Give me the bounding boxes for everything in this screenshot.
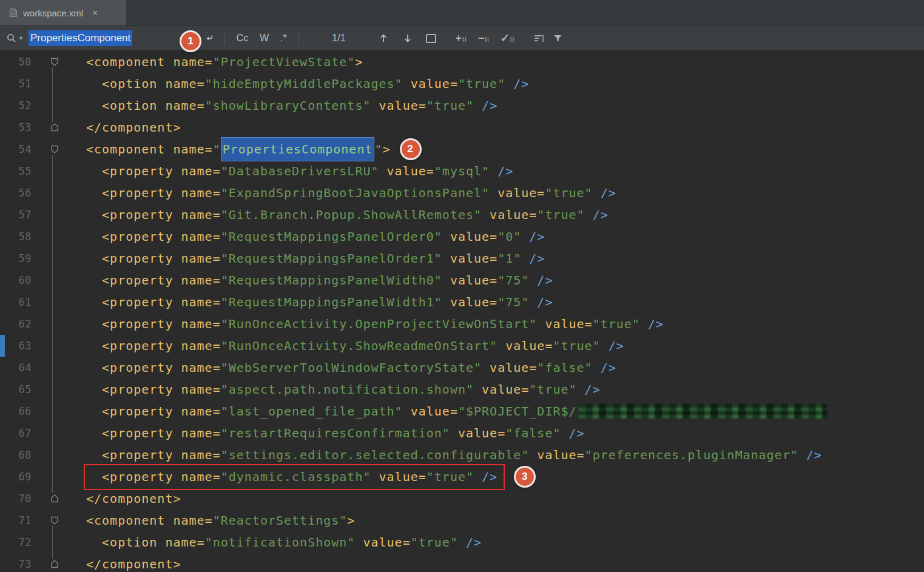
code-token: /> [529, 291, 553, 313]
gutter-line-number[interactable]: 59 [0, 252, 38, 264]
gutter-line-number[interactable]: 51 [0, 78, 38, 90]
gutter-line-number[interactable]: 58 [0, 230, 38, 243]
filter-lines-icon[interactable] [533, 33, 544, 43]
search-input[interactable]: PropertiesComponent 1 [29, 30, 183, 47]
gutter-line-number[interactable]: 61 [0, 296, 38, 308]
code-line[interactable]: 65 <property name="aspect.path.notificat… [0, 379, 924, 400]
code-token: "true" [427, 95, 474, 116]
add-occurrence-button[interactable]: +II [456, 32, 467, 45]
code-text: <property name="WebServerToolWindowFacto… [72, 357, 616, 379]
code-token: "0" [497, 226, 521, 247]
match-case-toggle[interactable]: Cc [237, 33, 249, 44]
gutter-line-number[interactable]: 53 [0, 121, 38, 133]
code-line[interactable]: 53</component> [0, 116, 924, 138]
code-line[interactable]: 63 <property name="RunOnceActivity.ShowR… [0, 335, 924, 357]
code-line[interactable]: 52 <option name="showLibraryContents" va… [0, 95, 924, 116]
gutter-line-number[interactable]: 68 [0, 449, 38, 461]
code-line[interactable]: 73</component> [0, 553, 924, 572]
code-token: "false" [537, 357, 592, 379]
code-line[interactable]: 59 <property name="RequestMappingsPanelO… [0, 247, 924, 269]
fold-end-icon[interactable] [38, 559, 72, 569]
code-line[interactable]: 64 <property name="WebServerToolWindowFa… [0, 357, 924, 379]
gutter-line-number[interactable]: 65 [0, 383, 38, 395]
gutter-line-number[interactable]: 60 [0, 274, 38, 286]
gutter-line-number[interactable]: 62 [0, 318, 38, 330]
code-line[interactable]: 61 <property name="RequestMappingsPanelW… [0, 291, 924, 313]
code-token: "settings.editor.selected.configurable" [221, 444, 530, 466]
gutter-line-number[interactable]: 73 [0, 558, 38, 570]
code-token: <property name= [86, 379, 221, 400]
newline-icon[interactable] [204, 33, 214, 44]
gutter-line-number[interactable]: 54 [0, 143, 38, 155]
code-line[interactable]: 68 <property name="settings.editor.selec… [0, 444, 924, 466]
remove-occurrence-button[interactable]: −II [478, 32, 490, 45]
gutter-line-number[interactable]: 72 [0, 536, 38, 548]
code-token: "ProjectViewState" [213, 51, 356, 73]
gutter-line-number[interactable]: 67 [0, 427, 38, 439]
tab-close-icon[interactable]: ✕ [92, 8, 98, 18]
fold-end-icon[interactable] [38, 494, 72, 503]
search-query-text: PropertiesComponent [29, 30, 132, 46]
gutter-line-number[interactable]: 50 [0, 56, 38, 68]
code-token: <property name= [86, 204, 221, 226]
xml-file-icon: ‹› [8, 8, 18, 18]
code-token: " [213, 138, 221, 160]
code-token: "restartRequiresConfirmation" [221, 422, 450, 444]
gutter-line-number[interactable]: 64 [0, 362, 38, 374]
code-line[interactable]: 70</component> [0, 488, 924, 510]
code-token: "true" [593, 313, 640, 335]
code-line[interactable]: 58 <property name="RequestMappingsPanelO… [0, 226, 924, 247]
regex-toggle[interactable]: .* [280, 33, 288, 44]
search-history-chevron-icon: ▼ [18, 35, 24, 41]
code-token: </component> [86, 488, 181, 510]
code-token: /> [458, 531, 482, 553]
code-token: <property name= [86, 247, 221, 269]
previous-match-button[interactable] [379, 33, 388, 44]
fold-start-icon[interactable] [38, 516, 72, 525]
words-toggle[interactable]: W [260, 33, 269, 44]
gutter-line-number[interactable]: 55 [0, 165, 38, 177]
code-text: </component> [72, 553, 181, 572]
gutter-line-number[interactable]: 71 [0, 514, 38, 527]
code-token: <property name= [86, 466, 221, 488]
fold-end-icon[interactable] [38, 123, 72, 132]
gutter-line-number[interactable]: 56 [0, 187, 38, 199]
code-token: value= [474, 379, 529, 400]
code-line[interactable]: 51 <option name="hideEmptyMiddlePackages… [0, 73, 924, 95]
filter-funnel-icon[interactable] [553, 33, 563, 43]
code-line[interactable]: 71<component name="ReactorSettings"> [0, 510, 924, 531]
find-in-selection-toggle[interactable] [426, 34, 436, 43]
code-line[interactable]: 55 <property name="DatabaseDriversLRU" v… [0, 160, 924, 182]
gutter-line-number[interactable]: 63 [0, 340, 38, 352]
code-line[interactable]: 50<component name="ProjectViewState"> [0, 51, 924, 73]
code-token: <option name= [86, 73, 205, 95]
gutter-line-number[interactable]: 69 [0, 471, 38, 483]
next-match-button[interactable] [403, 33, 413, 44]
code-line[interactable]: 66 <property name="last_opened_file_path… [0, 400, 924, 422]
code-line[interactable]: 60 <property name="RequestMappingsPanelW… [0, 269, 924, 291]
gutter-line-number[interactable]: 57 [0, 209, 38, 221]
search-icon[interactable]: ▼ [6, 33, 24, 44]
fold-start-icon[interactable] [38, 57, 72, 67]
code-token: "preferences.pluginManager" [585, 444, 798, 466]
code-text: </component> [72, 116, 181, 138]
editor-tab[interactable]: ‹› workspace.xml ✕ [0, 0, 126, 25]
fold-start-icon[interactable] [38, 144, 72, 154]
code-line[interactable]: 54<component name="PropertiesComponent">… [0, 138, 924, 160]
code-line[interactable]: 56 <property name="ExpandSpringBootJavaO… [0, 182, 924, 204]
gutter-line-number[interactable]: 52 [0, 99, 38, 112]
select-all-occurrences-button[interactable]: ✓II [501, 32, 515, 45]
code-text: <option name="showLibraryContents" value… [72, 95, 497, 116]
fold-guide-line [52, 67, 53, 122]
code-line[interactable]: 62 <property name="RunOnceActivity.OpenP… [0, 313, 924, 335]
gutter-line-number[interactable]: 66 [0, 405, 38, 417]
tab-label: workspace.xml [23, 8, 83, 18]
code-line[interactable]: 72 <option name="notificationShown" valu… [0, 531, 924, 553]
gutter-line-number[interactable]: 70 [0, 493, 38, 505]
code-text: <option name="hideEmptyMiddlePackages" v… [72, 73, 529, 95]
code-line[interactable]: 57 <property name="Git.Branch.Popup.Show… [0, 204, 924, 226]
code-line[interactable]: 69 <property name="dynamic.classpath" va… [0, 466, 924, 488]
code-token: <component name= [86, 138, 213, 160]
code-line[interactable]: 67 <property name="restartRequiresConfir… [0, 422, 924, 444]
code-token: <property name= [86, 335, 221, 357]
